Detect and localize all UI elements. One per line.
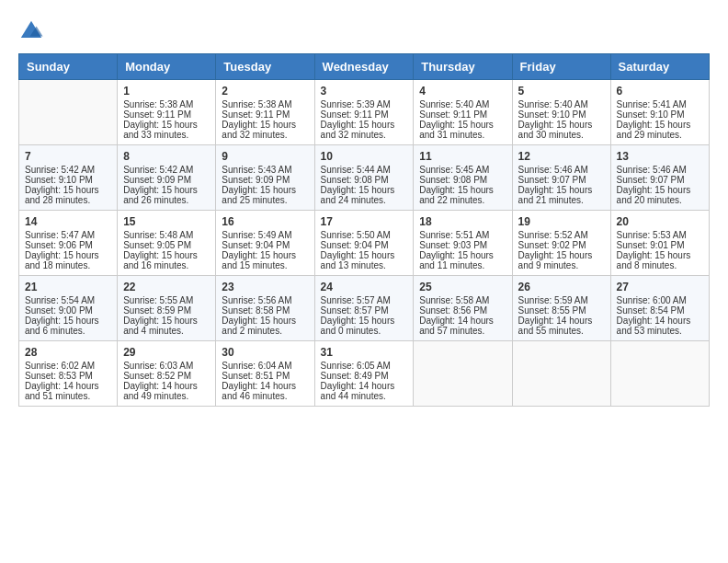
daylight-text: Daylight: 15 hours and 16 minutes. — [123, 250, 210, 270]
day-number: 11 — [419, 150, 506, 163]
sunrise-text: Sunrise: 5:38 AM — [123, 99, 210, 109]
calendar-week-row: 1Sunrise: 5:38 AMSunset: 9:11 PMDaylight… — [19, 80, 710, 145]
calendar-cell — [610, 341, 709, 407]
day-number: 6 — [617, 85, 703, 98]
calendar-cell — [19, 80, 118, 145]
page-header — [18, 18, 710, 44]
day-number: 28 — [25, 346, 111, 359]
sunset-text: Sunset: 9:11 PM — [321, 109, 408, 120]
calendar-cell: 6Sunrise: 5:41 AMSunset: 9:10 PMDaylight… — [610, 80, 709, 145]
weekday-header-saturday: Saturday — [610, 54, 709, 80]
sunrise-text: Sunrise: 6:05 AM — [321, 361, 408, 371]
weekday-header-thursday: Thursday — [414, 54, 512, 80]
daylight-text: Daylight: 15 hours and 11 minutes. — [419, 250, 506, 270]
calendar-week-row: 7Sunrise: 5:42 AMSunset: 9:10 PMDaylight… — [19, 145, 710, 211]
day-number: 23 — [222, 281, 308, 293]
calendar-cell: 2Sunrise: 5:38 AMSunset: 9:11 PMDaylight… — [216, 80, 314, 145]
day-number: 5 — [518, 85, 605, 98]
sunrise-text: Sunrise: 5:43 AM — [222, 165, 308, 175]
logo-icon — [18, 18, 44, 44]
weekday-header-row: SundayMondayTuesdayWednesdayThursdayFrid… — [19, 54, 710, 80]
sunset-text: Sunset: 9:11 PM — [419, 109, 506, 120]
sunrise-text: Sunrise: 5:58 AM — [419, 295, 506, 305]
sunrise-text: Sunrise: 6:02 AM — [25, 361, 111, 371]
weekday-header-tuesday: Tuesday — [216, 54, 314, 80]
daylight-text: Daylight: 15 hours and 18 minutes. — [25, 250, 111, 270]
daylight-text: Daylight: 14 hours and 57 minutes. — [419, 316, 506, 336]
sunrise-text: Sunrise: 5:41 AM — [617, 99, 703, 109]
day-number: 19 — [518, 215, 605, 228]
sunset-text: Sunset: 9:06 PM — [25, 240, 111, 250]
day-number: 20 — [617, 215, 703, 228]
sunset-text: Sunset: 8:49 PM — [321, 371, 408, 381]
calendar-cell — [414, 341, 512, 407]
sunrise-text: Sunrise: 5:56 AM — [222, 295, 308, 305]
sunrise-text: Sunrise: 5:42 AM — [25, 165, 111, 175]
daylight-text: Daylight: 15 hours and 13 minutes. — [321, 250, 408, 270]
day-number: 30 — [222, 346, 308, 359]
day-number: 31 — [321, 346, 408, 359]
sunrise-text: Sunrise: 5:59 AM — [518, 295, 605, 305]
day-number: 10 — [321, 150, 408, 163]
logo — [18, 18, 48, 44]
sunset-text: Sunset: 9:00 PM — [25, 305, 111, 316]
sunset-text: Sunset: 8:51 PM — [222, 371, 308, 381]
sunset-text: Sunset: 8:52 PM — [123, 371, 210, 381]
calendar-cell: 1Sunrise: 5:38 AMSunset: 9:11 PMDaylight… — [118, 80, 216, 145]
sunset-text: Sunset: 9:07 PM — [518, 175, 605, 185]
sunrise-text: Sunrise: 5:40 AM — [518, 99, 605, 109]
sunset-text: Sunset: 9:01 PM — [617, 240, 703, 250]
sunrise-text: Sunrise: 5:38 AM — [222, 99, 308, 109]
sunset-text: Sunset: 9:04 PM — [321, 240, 408, 250]
daylight-text: Daylight: 15 hours and 29 minutes. — [617, 120, 703, 140]
calendar-cell: 26Sunrise: 5:59 AMSunset: 8:55 PMDayligh… — [512, 276, 610, 341]
sunset-text: Sunset: 8:53 PM — [25, 371, 111, 381]
day-number: 21 — [25, 281, 111, 293]
day-number: 16 — [222, 215, 308, 228]
daylight-text: Daylight: 15 hours and 8 minutes. — [617, 250, 703, 270]
sunrise-text: Sunrise: 5:52 AM — [518, 230, 605, 240]
daylight-text: Daylight: 15 hours and 20 minutes. — [617, 185, 703, 205]
day-number: 24 — [321, 281, 408, 293]
calendar-cell: 24Sunrise: 5:57 AMSunset: 8:57 PMDayligh… — [314, 276, 414, 341]
daylight-text: Daylight: 15 hours and 31 minutes. — [419, 120, 506, 140]
day-number: 8 — [123, 150, 210, 163]
calendar-cell: 27Sunrise: 6:00 AMSunset: 8:54 PMDayligh… — [610, 276, 709, 341]
sunset-text: Sunset: 9:07 PM — [617, 175, 703, 185]
weekday-header-wednesday: Wednesday — [314, 54, 414, 80]
calendar-cell: 30Sunrise: 6:04 AMSunset: 8:51 PMDayligh… — [216, 341, 314, 407]
calendar-cell: 14Sunrise: 5:47 AMSunset: 9:06 PMDayligh… — [19, 211, 118, 276]
daylight-text: Daylight: 14 hours and 53 minutes. — [617, 316, 703, 336]
sunset-text: Sunset: 9:09 PM — [123, 175, 210, 185]
sunset-text: Sunset: 9:10 PM — [25, 175, 111, 185]
sunset-text: Sunset: 9:08 PM — [419, 175, 506, 185]
sunrise-text: Sunrise: 5:46 AM — [617, 165, 703, 175]
sunrise-text: Sunrise: 5:48 AM — [123, 230, 210, 240]
calendar-cell: 18Sunrise: 5:51 AMSunset: 9:03 PMDayligh… — [414, 211, 512, 276]
day-number: 27 — [617, 281, 703, 293]
daylight-text: Daylight: 15 hours and 32 minutes. — [321, 120, 408, 140]
sunset-text: Sunset: 9:02 PM — [518, 240, 605, 250]
sunset-text: Sunset: 9:09 PM — [222, 175, 308, 185]
calendar-cell: 13Sunrise: 5:46 AMSunset: 9:07 PMDayligh… — [610, 145, 709, 211]
calendar-cell: 8Sunrise: 5:42 AMSunset: 9:09 PMDaylight… — [118, 145, 216, 211]
daylight-text: Daylight: 14 hours and 49 minutes. — [123, 381, 210, 401]
sunset-text: Sunset: 9:11 PM — [123, 109, 210, 120]
daylight-text: Daylight: 15 hours and 24 minutes. — [321, 185, 408, 205]
calendar-cell: 5Sunrise: 5:40 AMSunset: 9:10 PMDaylight… — [512, 80, 610, 145]
day-number: 13 — [617, 150, 703, 163]
sunset-text: Sunset: 9:08 PM — [321, 175, 408, 185]
daylight-text: Daylight: 15 hours and 28 minutes. — [25, 185, 111, 205]
sunrise-text: Sunrise: 5:45 AM — [419, 165, 506, 175]
calendar-cell: 7Sunrise: 5:42 AMSunset: 9:10 PMDaylight… — [19, 145, 118, 211]
daylight-text: Daylight: 15 hours and 21 minutes. — [518, 185, 605, 205]
daylight-text: Daylight: 15 hours and 30 minutes. — [518, 120, 605, 140]
calendar-cell: 3Sunrise: 5:39 AMSunset: 9:11 PMDaylight… — [314, 80, 414, 145]
daylight-text: Daylight: 15 hours and 15 minutes. — [222, 250, 308, 270]
sunrise-text: Sunrise: 5:55 AM — [123, 295, 210, 305]
day-number: 1 — [123, 85, 210, 98]
sunrise-text: Sunrise: 6:03 AM — [123, 361, 210, 371]
sunset-text: Sunset: 8:57 PM — [321, 305, 408, 316]
daylight-text: Daylight: 15 hours and 2 minutes. — [222, 316, 308, 336]
calendar-cell: 22Sunrise: 5:55 AMSunset: 8:59 PMDayligh… — [118, 276, 216, 341]
